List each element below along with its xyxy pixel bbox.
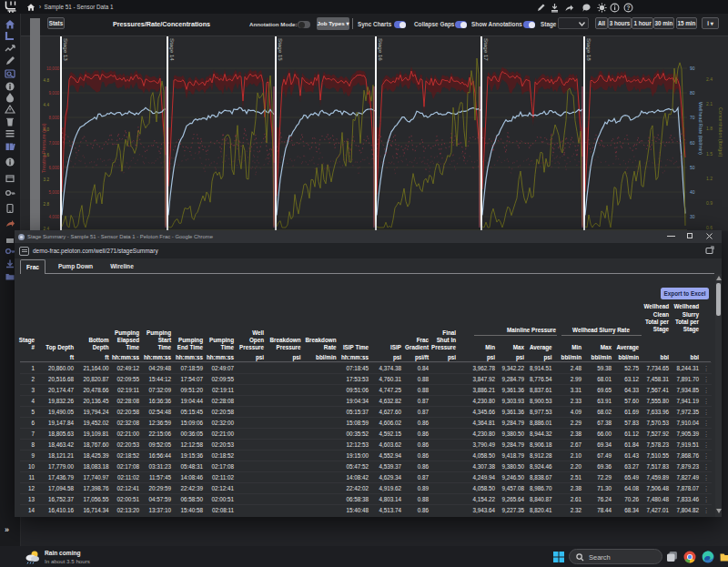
svg-text:Stage 14: Stage 14 (169, 38, 176, 61)
svg-text:5,000: 5,000 (49, 190, 60, 195)
svg-text:2.8: 2.8 (44, 202, 50, 207)
svg-text:3.2: 3.2 (44, 177, 50, 182)
svg-text:Concentration (lbs/gal): Concentration (lbs/gal) (718, 107, 723, 157)
svg-text:10,000: 10,000 (46, 66, 59, 71)
svg-text:Stage 13: Stage 13 (63, 38, 69, 61)
svg-text:4.8: 4.8 (44, 78, 50, 83)
svg-text:70: 70 (690, 115, 695, 120)
svg-text:1.2: 1.2 (706, 176, 713, 181)
svg-text:4,000: 4,000 (49, 215, 60, 219)
svg-text:Treating Pressure (psi): Treating Pressure (psi) (41, 123, 46, 173)
svg-text:4.4: 4.4 (44, 103, 50, 107)
svg-text:40: 40 (690, 189, 695, 195)
svg-text:60: 60 (690, 140, 695, 146)
svg-text:7,000: 7,000 (49, 141, 60, 146)
svg-text:Wellhead Rate (bbl/min): Wellhead Rate (bbl/min) (698, 102, 703, 155)
svg-text:Stage 16: Stage 16 (378, 38, 384, 61)
svg-text:1.5: 1.5 (706, 151, 713, 157)
svg-text:6,000: 6,000 (49, 166, 60, 170)
svg-text:30: 30 (690, 214, 695, 219)
svg-text:Stage 15: Stage 15 (278, 38, 284, 61)
svg-text:2.4: 2.4 (706, 76, 713, 82)
svg-text:90: 90 (690, 66, 695, 71)
svg-text:Stage 17: Stage 17 (483, 38, 490, 61)
svg-text:80: 80 (690, 90, 695, 96)
svg-text:50: 50 (690, 165, 695, 170)
svg-text:8,000: 8,000 (49, 116, 60, 120)
svg-text:1.8: 1.8 (706, 126, 713, 131)
svg-text:0.9: 0.9 (706, 200, 713, 206)
svg-text:9,000: 9,000 (49, 91, 60, 96)
svg-text:Stage 18: Stage 18 (586, 38, 592, 61)
svg-text:2.1: 2.1 (706, 101, 713, 106)
